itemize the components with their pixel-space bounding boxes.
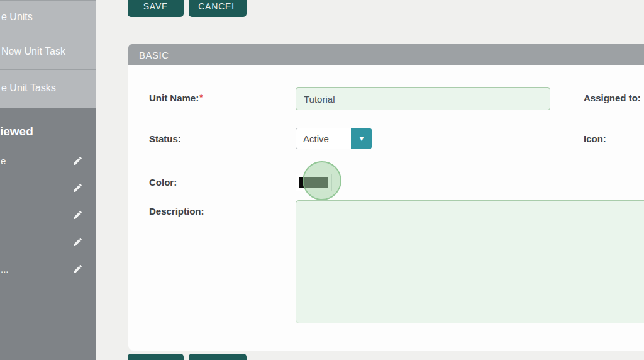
unit-name-input[interactable] [296,87,550,110]
unit-name-label: Unit Name:* [149,93,203,103]
description-label: Description: [149,206,204,217]
status-label: Status: [149,133,181,144]
sidebar-recently-viewed-section: iewed e ... [0,108,96,360]
list-item-label: ... [1,264,9,274]
sidebar-item-label: e Units [1,11,33,23]
cancel-button[interactable]: CANCEL [189,0,247,17]
sidebar-item-new-unit-task[interactable]: New Unit Task [0,33,96,70]
description-textarea[interactable] [296,200,644,323]
panel-header-label: BASIC [139,50,169,60]
icon-label: Icon: [584,133,606,144]
required-asterisk: * [199,93,203,102]
edit-pencil-icon[interactable] [72,183,83,193]
recently-viewed-heading: iewed [0,108,96,147]
status-dropdown[interactable]: Active ▼ [296,128,372,149]
chevron-down-icon[interactable]: ▼ [351,128,372,149]
list-item-label: e [1,155,6,166]
list-item[interactable] [0,174,96,201]
cancel-button-bottom[interactable]: CANCEL [189,354,247,360]
sidebar-item-unit-tasks[interactable]: e Unit Tasks [0,70,96,106]
edit-pencil-icon[interactable] [72,155,83,166]
edit-pencil-icon[interactable] [72,210,83,220]
color-label: Color: [149,177,177,188]
assigned-to-label: Assigned to: [584,93,641,103]
list-item[interactable]: e [0,147,96,174]
list-item[interactable]: ... [0,256,96,283]
save-button[interactable]: SAVE [128,0,184,17]
save-button-bottom[interactable]: SAVE [128,354,184,360]
panel-header-basic: BASIC [128,44,644,65]
sidebar-item-units[interactable]: e Units [0,0,96,33]
sidebar-item-label: e Unit Tasks [1,82,56,94]
edit-pencil-icon[interactable] [72,237,83,247]
list-item[interactable] [0,228,96,256]
status-dropdown-value: Active [296,128,351,149]
sidebar-item-label: New Unit Task [1,46,65,57]
list-item[interactable] [0,201,96,228]
color-swatch [299,177,328,188]
color-picker-input[interactable] [296,174,332,191]
sidebar: e Units New Unit Task e Unit Tasks iewed… [0,0,96,360]
edit-pencil-icon[interactable] [72,264,83,274]
